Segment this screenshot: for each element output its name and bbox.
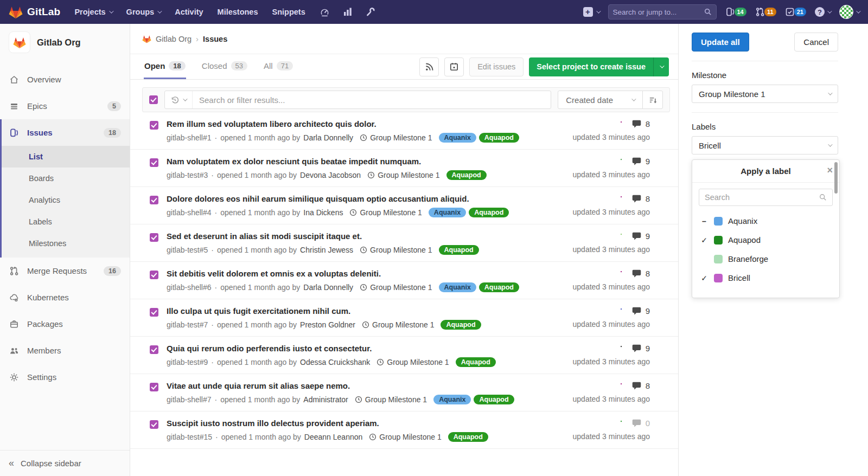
label-chip[interactable]: Aquanix — [439, 133, 476, 143]
assignee-avatar[interactable] — [618, 119, 628, 128]
comment-count[interactable]: 8 — [646, 269, 650, 278]
labels-select[interactable]: Bricell — [692, 136, 838, 155]
label-option[interactable]: ✓ Bricell — [692, 268, 839, 287]
issue-title-link[interactable]: Rem illum sed voluptatem libero architec… — [167, 119, 535, 128]
issue-title-link[interactable]: Vitae aut unde quia rerum sit alias saep… — [167, 381, 535, 390]
top-nav-item[interactable]: Projects — [74, 8, 112, 16]
label-chip[interactable]: Aquapod — [469, 208, 509, 217]
edit-issues-button[interactable]: Edit issues — [469, 57, 524, 76]
label-chip[interactable]: Aquapod — [479, 282, 519, 292]
label-chip[interactable]: Aquapod — [474, 395, 514, 404]
label-chip[interactable]: Aquapod — [446, 170, 487, 180]
assignee-avatar[interactable] — [618, 306, 628, 316]
issue-select-checkbox[interactable] — [150, 158, 158, 167]
issue-select-checkbox[interactable] — [150, 345, 158, 354]
issues-submenu-item[interactable]: Milestones — [0, 233, 130, 254]
label-chip[interactable]: Aquanix — [433, 395, 471, 404]
label-chip[interactable]: Aquanix — [439, 282, 476, 292]
issue-title-link[interactable]: Sit debitis velit dolorem et omnis ex a … — [167, 269, 535, 278]
label-chip[interactable]: Aquapod — [479, 133, 519, 143]
select-all-checkbox[interactable] — [149, 95, 158, 104]
recent-searches-button[interactable] — [165, 91, 193, 108]
issue-milestone-link[interactable]: Group Milestone 1 — [362, 320, 434, 329]
issues-submenu-item[interactable]: Labels — [0, 211, 130, 233]
label-search-input[interactable] — [705, 193, 815, 202]
merge-requests-counter[interactable]: 11 — [755, 7, 776, 17]
issue-select-checkbox[interactable] — [150, 308, 158, 317]
issue-select-checkbox[interactable] — [150, 271, 158, 279]
bar-chart-icon[interactable] — [342, 7, 353, 17]
gitlab-home-link[interactable]: GitLab — [9, 5, 60, 19]
state-tab[interactable]: Open 18 — [144, 54, 186, 79]
comment-count[interactable]: 9 — [646, 231, 650, 241]
issue-milestone-link[interactable]: Group Milestone 1 — [360, 133, 432, 142]
issue-select-checkbox[interactable] — [150, 383, 158, 391]
collapse-sidebar-button[interactable]: « Collapse sidebar — [0, 450, 130, 476]
sidebar-item-kubernetes[interactable]: Kubernetes — [0, 284, 130, 311]
issue-select-checkbox[interactable] — [150, 196, 158, 204]
label-chip[interactable]: Aquanix — [429, 208, 466, 217]
scrollbar-thumb[interactable] — [834, 162, 838, 194]
sidebar-item-settings[interactable]: Settings — [0, 364, 130, 390]
wrench-icon[interactable] — [365, 7, 376, 17]
label-chip[interactable]: Aquapod — [439, 245, 479, 255]
issue-title-link[interactable]: Quia qui rerum odio perferendis iusto et… — [167, 344, 535, 353]
assignee-avatar[interactable] — [618, 194, 628, 203]
issues-submenu-item[interactable]: Boards — [0, 168, 130, 189]
breadcrumb-group-link[interactable]: Gitlab Org — [156, 35, 192, 43]
sort-by-dropdown[interactable]: Created date — [558, 91, 642, 108]
top-nav-item[interactable]: Milestones — [218, 8, 258, 16]
sidebar-item-merge-requests[interactable]: Merge Requests 16 — [0, 258, 130, 284]
issue-title-link[interactable]: Suscipit iusto nostrum illo delectus pro… — [167, 419, 535, 428]
label-option[interactable]: ✓ Aquapod — [692, 230, 839, 249]
issue-author-link[interactable]: Odessa Cruickshank — [300, 358, 370, 366]
milestone-select[interactable]: Group Milestone 1 — [692, 85, 838, 103]
top-nav-item[interactable]: Activity — [175, 8, 203, 16]
update-all-button[interactable]: Update all — [692, 33, 749, 52]
gauge-icon[interactable] — [320, 7, 330, 17]
issues-counter[interactable]: 14 — [725, 7, 746, 17]
cancel-button[interactable]: Cancel — [794, 33, 838, 52]
issue-title-link[interactable]: Illo culpa ut quis fugit exercitationem … — [167, 306, 535, 316]
sidebar-item-packages[interactable]: Packages — [0, 311, 130, 337]
comment-count[interactable]: 9 — [646, 306, 650, 316]
issue-milestone-link[interactable]: Group Milestone 1 — [355, 395, 427, 404]
label-chip[interactable]: Aquapod — [441, 320, 481, 330]
sidebar-item-issues[interactable]: Issues 18 — [0, 119, 130, 146]
label-chip[interactable]: Aquapod — [448, 432, 488, 442]
comment-count[interactable]: 9 — [646, 157, 650, 166]
new-menu-button[interactable]: + — [583, 7, 599, 17]
sort-direction-button[interactable] — [642, 91, 662, 108]
issue-author-link[interactable]: Preston Goldner — [300, 320, 355, 329]
top-nav-item[interactable]: Groups — [126, 8, 161, 16]
issue-select-checkbox[interactable] — [150, 121, 158, 130]
issue-author-link[interactable]: Deeann Leannon — [304, 433, 362, 441]
assignee-avatar[interactable] — [618, 419, 628, 428]
assignee-avatar[interactable] — [618, 344, 628, 353]
close-icon[interactable]: × — [827, 165, 833, 177]
global-search-input[interactable] — [613, 8, 701, 16]
issue-milestone-link[interactable]: Group Milestone 1 — [369, 433, 441, 441]
assignee-avatar[interactable] — [618, 269, 628, 278]
label-option[interactable]: Braneforge — [692, 249, 839, 268]
issue-title-link[interactable]: Dolore dolores eos nihil earum similique… — [167, 194, 535, 203]
label-chip[interactable]: Aquapod — [456, 357, 496, 367]
state-tab[interactable]: All 71 — [263, 54, 293, 79]
state-tab[interactable]: Closed 53 — [201, 54, 248, 79]
issue-author-link[interactable]: Administrator — [303, 395, 348, 404]
help-menu-button[interactable]: ? — [815, 7, 831, 17]
comment-count[interactable]: 0 — [646, 419, 650, 428]
sidebar-item-epics[interactable]: Epics 5 — [0, 93, 130, 119]
issue-milestone-link[interactable]: Group Milestone 1 — [349, 208, 422, 217]
sidebar-item-overview[interactable]: Overview — [0, 66, 130, 93]
issue-title-link[interactable]: Sed et deserunt in alias sit modi suscip… — [167, 231, 535, 241]
comment-count[interactable]: 8 — [646, 119, 650, 128]
issue-milestone-link[interactable]: Group Milestone 1 — [367, 171, 439, 179]
assignee-avatar[interactable] — [618, 157, 628, 166]
issue-author-link[interactable]: Darla Donnelly — [303, 283, 353, 292]
comment-count[interactable]: 9 — [646, 344, 650, 353]
rss-feed-button[interactable] — [419, 57, 439, 76]
issue-select-checkbox[interactable] — [150, 233, 158, 242]
sidebar-item-members[interactable]: Members — [0, 337, 130, 364]
filter-search-input[interactable] — [193, 95, 551, 105]
